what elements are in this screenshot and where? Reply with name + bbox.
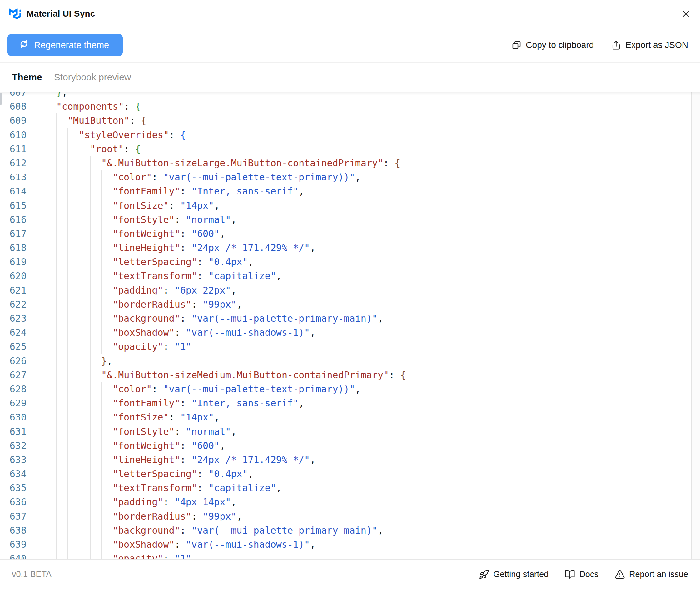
code-text: "opacity": "1" [45, 552, 192, 559]
code-text: "padding": "6px 22px", [45, 283, 237, 297]
code-line: 626}, [0, 354, 700, 368]
code-text: "color": "var(--mui-palette-text-primary… [45, 382, 361, 396]
line-number: 617 [0, 227, 45, 241]
code-line: 631"fontStyle": "normal", [0, 425, 700, 439]
code-line: 630"fontSize": "14px", [0, 410, 700, 424]
line-number: 636 [0, 495, 45, 509]
code-text: }, [45, 354, 112, 368]
line-number: 639 [0, 538, 45, 552]
code-text: "fontFamily": "Inter, sans-serif", [45, 396, 304, 410]
line-number: 624 [0, 326, 45, 340]
line-number: 612 [0, 156, 45, 170]
code-text: "fontFamily": "Inter, sans-serif", [45, 184, 304, 198]
toolbar: Regenerate theme Copy to clipboard Expor… [0, 28, 700, 62]
line-number: 618 [0, 241, 45, 255]
left-scrollbar-thumb[interactable] [0, 93, 2, 105]
code-text: "lineHeight": "24px /* 171.429% */", [45, 453, 316, 467]
code-text: "fontWeight": "600", [45, 439, 225, 453]
close-icon[interactable] [681, 8, 691, 19]
code-line: 609"MuiButton": { [0, 114, 700, 128]
line-number: 614 [0, 184, 45, 198]
line-number: 634 [0, 467, 45, 481]
code-text: "fontWeight": "600", [45, 227, 225, 241]
line-number: 640 [0, 552, 45, 559]
line-number: 610 [0, 128, 45, 142]
code-line: 612"&.MuiButton-sizeLarge.MuiButton-cont… [0, 156, 700, 170]
line-number: 608 [0, 100, 45, 114]
tab-storybook-preview[interactable]: Storybook preview [54, 72, 131, 82]
toolbar-actions: Copy to clipboard Export as JSON [511, 40, 688, 50]
code-line: 619"letterSpacing": "0.4px", [0, 255, 700, 269]
report-an-issue-label: Report an issue [629, 570, 688, 579]
code-text: "&.MuiButton-sizeMedium.MuiButton-contai… [45, 368, 406, 382]
line-number: 630 [0, 410, 45, 424]
code-text: "opacity": "1" [45, 340, 192, 354]
code-text: "background": "var(--mui-palette-primary… [45, 312, 383, 326]
code-line: 635"textTransform": "capitalize", [0, 481, 700, 495]
code-line: 607}, [0, 92, 700, 100]
book-icon [565, 569, 575, 580]
code-text: "lineHeight": "24px /* 171.429% */", [45, 241, 316, 255]
code-line: 610"styleOverrides": { [0, 128, 700, 142]
code-line: 624"boxShadow": "var(--mui-shadows-1)", [0, 326, 700, 340]
warning-icon [615, 569, 625, 580]
line-number: 622 [0, 297, 45, 312]
code-line: 638"background": "var(--mui-palette-prim… [0, 523, 700, 538]
line-number: 621 [0, 283, 45, 297]
window-header: Material UI Sync [0, 0, 700, 28]
code-text: "components": { [45, 100, 141, 114]
code-text: "fontSize": "14px", [45, 410, 220, 424]
code-text: "letterSpacing": "0.4px", [45, 255, 254, 269]
line-number: 628 [0, 382, 45, 396]
export-as-json-button[interactable]: Export as JSON [611, 40, 688, 50]
code-line: 614"fontFamily": "Inter, sans-serif", [0, 184, 700, 198]
mui-logo-icon [9, 8, 21, 19]
code-text: "boxShadow": "var(--mui-shadows-1)", [45, 538, 316, 552]
code-line: 639"boxShadow": "var(--mui-shadows-1)", [0, 538, 700, 552]
code-text: "fontStyle": "normal", [45, 425, 237, 439]
app-title: Material UI Sync [27, 9, 95, 19]
line-number: 619 [0, 255, 45, 269]
code-text: "textTransform": "capitalize", [45, 269, 282, 283]
footer-links: Getting started Docs Report an issue [479, 569, 688, 580]
copy-to-clipboard-label: Copy to clipboard [526, 40, 594, 50]
line-number: 609 [0, 114, 45, 128]
code-line: 640"opacity": "1" [0, 552, 700, 559]
sync-icon [19, 39, 29, 51]
export-icon [611, 40, 621, 50]
code-line: 625"opacity": "1" [0, 340, 700, 354]
code-line: 629"fontFamily": "Inter, sans-serif", [0, 396, 700, 410]
line-number: 620 [0, 269, 45, 283]
code-line: 634"letterSpacing": "0.4px", [0, 467, 700, 481]
version-badge: v0.1 BETA [12, 570, 51, 579]
scrollbar-track[interactable] [691, 92, 700, 559]
code-text: "styleOverrides": { [45, 128, 186, 142]
line-number: 626 [0, 354, 45, 368]
code-text: "background": "var(--mui-palette-primary… [45, 523, 383, 538]
getting-started-label: Getting started [493, 570, 549, 579]
line-number: 632 [0, 439, 45, 453]
code-text: "&.MuiButton-sizeLarge.MuiButton-contain… [45, 156, 400, 170]
code-line: 637"borderRadius": "99px", [0, 509, 700, 523]
code-text: "MuiButton": { [45, 114, 146, 128]
regenerate-theme-button[interactable]: Regenerate theme [7, 34, 123, 56]
line-number: 615 [0, 199, 45, 213]
code-line: 617"fontWeight": "600", [0, 227, 700, 241]
code-line: 628"color": "var(--mui-palette-text-prim… [0, 382, 700, 396]
copy-to-clipboard-button[interactable]: Copy to clipboard [511, 40, 594, 50]
getting-started-link[interactable]: Getting started [479, 569, 549, 580]
code-line: 618"lineHeight": "24px /* 171.429% */", [0, 241, 700, 255]
docs-link[interactable]: Docs [565, 569, 599, 580]
tab-bar: Theme Storybook preview [0, 62, 700, 92]
code-text: "textTransform": "capitalize", [45, 481, 282, 495]
code-line: 616"fontStyle": "normal", [0, 213, 700, 227]
line-number: 635 [0, 481, 45, 495]
theme-json-editor[interactable]: 607},608"components": {609"MuiButton": {… [0, 92, 700, 559]
code-line: 622"borderRadius": "99px", [0, 297, 700, 312]
tab-theme[interactable]: Theme [12, 72, 42, 82]
report-an-issue-link[interactable]: Report an issue [615, 569, 688, 580]
rocket-icon [479, 569, 489, 580]
line-number: 625 [0, 340, 45, 354]
code-line: 613"color": "var(--mui-palette-text-prim… [0, 170, 700, 184]
code-text: "boxShadow": "var(--mui-shadows-1)", [45, 326, 316, 340]
